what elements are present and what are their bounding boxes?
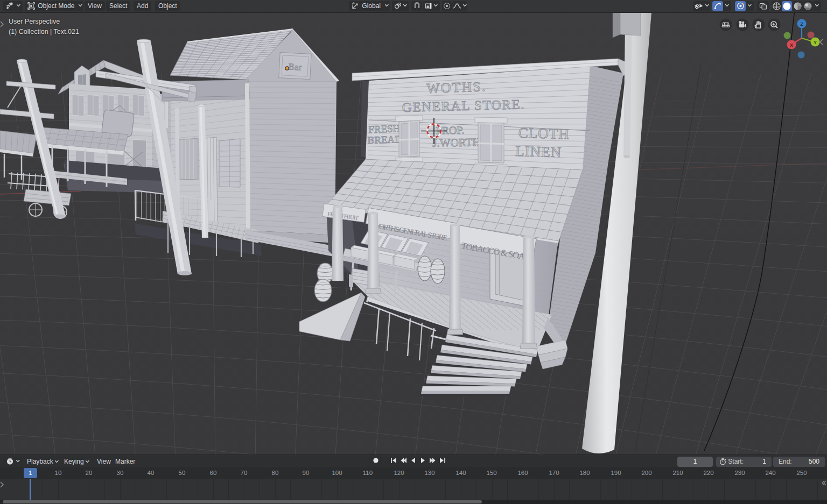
svg-text:X: X bbox=[790, 42, 793, 48]
svg-text:Y: Y bbox=[814, 40, 817, 45]
svg-text:Bar: Bar bbox=[288, 61, 302, 72]
svg-text:CLOTH: CLOTH bbox=[518, 125, 570, 142]
svg-text:LINEN: LINEN bbox=[515, 143, 562, 160]
svg-text:Z: Z bbox=[800, 22, 803, 27]
svg-text:BREAD: BREAD bbox=[367, 133, 402, 146]
svg-text:J.WORTH: J.WORTH bbox=[432, 136, 481, 150]
svg-text:WOTHS.: WOTHS. bbox=[426, 79, 487, 96]
